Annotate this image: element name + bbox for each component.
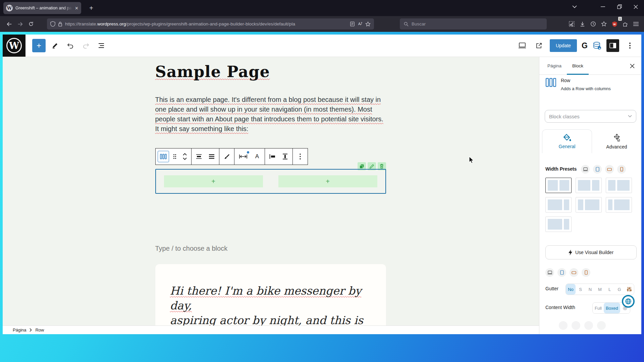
width-preset-option[interactable]	[606, 197, 632, 213]
width-preset-option[interactable]	[576, 178, 602, 193]
block-inserter-button[interactable]: +	[32, 39, 46, 52]
minimize-button[interactable]	[595, 0, 610, 13]
preview-device-icon[interactable]	[516, 40, 528, 52]
add-column-placeholder[interactable]: +	[278, 175, 377, 187]
mobile-landscape-icon[interactable]	[570, 268, 578, 277]
drag-handle-icon[interactable]	[170, 149, 179, 164]
page-title[interactable]: Sample Page	[155, 63, 270, 81]
restore-button[interactable]	[612, 0, 627, 13]
tab-page[interactable]: Página	[542, 57, 567, 75]
use-visual-builder-button[interactable]: Use Visual Builder	[545, 245, 637, 259]
gutter-option-m[interactable]: M	[595, 284, 605, 295]
bookmark-star-icon[interactable]	[365, 21, 371, 27]
desktop-icon[interactable]	[581, 165, 590, 174]
tablet-icon[interactable]	[593, 165, 602, 174]
content-width-option-boxed[interactable]: Boxed	[604, 303, 620, 313]
update-button[interactable]: Update	[550, 39, 577, 52]
editor-canvas[interactable]: Sample Page This is an example page. It'…	[3, 57, 539, 334]
mobile-icon[interactable]	[617, 165, 626, 174]
quote-block-card[interactable]: Hi there! I'm a bike messenger by day, a…	[155, 264, 386, 325]
options-kebab-icon[interactable]	[624, 40, 636, 52]
downloads-icon[interactable]	[577, 19, 588, 29]
browser-tab[interactable]: W Greenshift – animation and pag ✕	[3, 2, 81, 14]
extension-shield-icon[interactable]: w 1	[609, 19, 620, 29]
editor-tools: +	[32, 39, 107, 52]
gutter-option-l[interactable]: L	[605, 284, 614, 295]
gutter-option-g[interactable]: G	[614, 284, 624, 295]
svg-text:A: A	[358, 22, 361, 26]
list-view-icon[interactable]	[95, 40, 107, 52]
globe-translate-fab[interactable]	[622, 295, 635, 308]
gutter-option-s[interactable]: S	[576, 284, 585, 295]
styles-brush-icon[interactable]	[221, 149, 233, 164]
gutter-custom-sliders-icon[interactable]	[624, 284, 634, 295]
faded-icon[interactable]	[559, 321, 568, 330]
align-icon[interactable]	[193, 149, 205, 164]
url-bar[interactable]: https://translate.wordpress.org/projects…	[47, 18, 374, 29]
view-post-external-icon[interactable]	[533, 40, 545, 52]
tablet-icon[interactable]	[557, 268, 566, 277]
visual-builder-label: Use Visual Builder	[575, 250, 613, 255]
faded-icon[interactable]	[584, 321, 593, 330]
width-preset-option[interactable]	[606, 178, 632, 193]
screenshot-icon[interactable]	[566, 19, 577, 29]
menu-hamburger-icon[interactable]	[631, 19, 641, 29]
preset-column	[578, 180, 590, 191]
tracking-shield-icon[interactable]	[50, 21, 55, 27]
breadcrumb-page[interactable]: Página	[13, 327, 26, 333]
tab-block[interactable]: Block	[567, 57, 589, 75]
wordpress-logo[interactable]: W	[3, 35, 25, 57]
empty-block-placeholder[interactable]: Type / to choose a block	[155, 245, 228, 252]
bookmarks-star-icon[interactable]	[598, 19, 609, 29]
reader-mode-icon[interactable]	[350, 21, 355, 26]
mobile-landscape-icon[interactable]	[605, 165, 614, 174]
block-mover-icon[interactable]	[180, 149, 190, 164]
width-preset-option[interactable]	[545, 197, 572, 213]
content-width-option-full[interactable]: Full	[593, 303, 604, 313]
translate-icon[interactable]: A	[357, 21, 363, 26]
gutter-option-n[interactable]: N	[585, 284, 595, 295]
breadcrumb-row[interactable]: Row	[35, 327, 44, 333]
block-classes-select[interactable]: Block classes	[545, 110, 636, 123]
justify-icon[interactable]	[206, 149, 218, 164]
selected-row-block[interactable]: + +	[155, 169, 386, 194]
search-bar[interactable]: Buscar	[400, 18, 547, 29]
redo-button[interactable]	[80, 40, 92, 52]
tab-general[interactable]: General	[542, 129, 592, 153]
new-tab-button[interactable]: +	[87, 3, 96, 13]
faded-icon[interactable]	[572, 321, 580, 330]
width-setting-icon[interactable]	[236, 149, 251, 164]
database-star-icon[interactable]: ★	[592, 41, 602, 50]
url-text[interactable]: https://translate.wordpress.org/projects…	[65, 21, 347, 26]
tab-close-icon[interactable]: ✕	[75, 6, 78, 11]
width-preset-option[interactable]	[545, 217, 572, 232]
block-options-kebab-icon[interactable]	[294, 149, 306, 164]
horizontal-align-icon[interactable]	[266, 149, 278, 164]
row-block-icon[interactable]	[158, 151, 169, 162]
vertical-align-icon[interactable]	[279, 149, 291, 164]
intro-paragraph[interactable]: This is an example page. It's different …	[155, 95, 389, 134]
back-button[interactable]	[4, 19, 15, 29]
faded-icon[interactable]	[597, 321, 606, 330]
desktop-icon[interactable]	[545, 268, 554, 277]
width-preset-option[interactable]	[576, 197, 602, 213]
mobile-icon[interactable]	[582, 268, 590, 277]
add-column-placeholder[interactable]: +	[164, 175, 263, 187]
close-sidebar-icon[interactable]	[628, 62, 637, 70]
tab-advanced[interactable]: Advanced	[592, 129, 641, 153]
tab-list-chevron-icon[interactable]	[567, 0, 582, 13]
forward-button[interactable]	[15, 19, 25, 29]
settings-sidebar: Página Block Row Adds a Row with columns	[539, 57, 641, 334]
history-clock-icon[interactable]	[588, 19, 598, 29]
lock-icon[interactable]	[58, 21, 62, 27]
settings-sidebar-toggle[interactable]	[606, 39, 619, 52]
typography-icon[interactable]: A	[251, 149, 263, 164]
width-preset-option[interactable]	[545, 178, 572, 193]
reload-button[interactable]	[25, 19, 36, 29]
preset-column	[548, 199, 562, 210]
undo-button[interactable]	[64, 40, 76, 52]
gutter-option-no[interactable]: No	[566, 284, 576, 295]
tools-pencil-icon[interactable]	[49, 40, 61, 52]
close-window-button[interactable]	[628, 0, 643, 13]
greenshift-logo-icon[interactable]: G	[582, 41, 588, 50]
